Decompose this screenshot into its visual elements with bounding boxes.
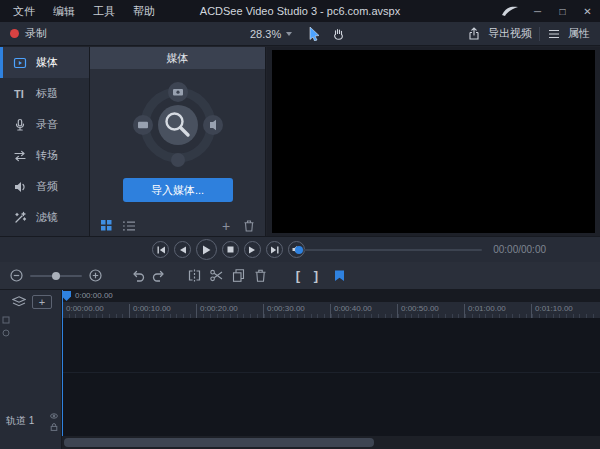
close-button[interactable]: ✕ xyxy=(575,0,600,22)
zoom-in-icon[interactable] xyxy=(89,269,102,282)
timeline-toolbar: [ ] xyxy=(0,262,600,290)
track-option-icon[interactable] xyxy=(2,329,10,337)
track-1-label: 轨道 1 xyxy=(6,414,34,428)
sidebar-item-audio[interactable]: 音频 xyxy=(0,171,89,202)
sidebar-item-label: 音频 xyxy=(36,179,58,194)
preview-zoom-dropdown[interactable]: 28.3% xyxy=(250,28,292,40)
media-panel: 媒体 导入媒体... xyxy=(90,47,266,236)
seek-handle[interactable] xyxy=(295,246,303,254)
window-controls: ─ □ ✕ xyxy=(495,0,600,22)
delete-media-icon[interactable] xyxy=(242,219,256,233)
ruler-tick: 0:00:00.00 xyxy=(62,304,104,318)
horizontal-scrollbar[interactable] xyxy=(0,436,600,449)
redo-icon[interactable] xyxy=(151,268,167,284)
grid-view-icon[interactable] xyxy=(99,219,113,233)
properties-button[interactable]: 属性 xyxy=(568,26,590,41)
play-button[interactable] xyxy=(196,239,217,260)
import-media-graphic[interactable] xyxy=(118,77,238,177)
scrollbar-corner xyxy=(0,436,62,449)
sidebar-item-label: 媒体 xyxy=(36,55,58,70)
record-audio-icon xyxy=(13,118,27,132)
video-preview[interactable] xyxy=(272,50,595,233)
svg-text:TI: TI xyxy=(14,88,24,100)
playhead-marker[interactable] xyxy=(62,291,71,301)
playhead-time: 0:00:00.00 xyxy=(75,291,113,300)
sidebar-item-record-audio[interactable]: 录音 xyxy=(0,109,89,140)
hand-pan-icon[interactable] xyxy=(332,27,345,40)
titlebar: 文件 编辑 工具 帮助 ACDSee Video Studio 3 - pc6.… xyxy=(0,0,600,22)
preview-area xyxy=(267,47,600,236)
delete-clip-icon[interactable] xyxy=(252,268,268,284)
record-button[interactable]: 录制 xyxy=(0,26,90,41)
zoom-slider-handle[interactable] xyxy=(52,272,60,280)
track-layers-icon[interactable] xyxy=(12,296,26,308)
zoom-out-icon[interactable] xyxy=(10,269,23,282)
transport-bar: 00:00/00:00 xyxy=(0,236,600,262)
minimize-button[interactable]: ─ xyxy=(525,0,550,22)
zoom-value: 28.3% xyxy=(250,28,281,40)
skip-to-end-button[interactable] xyxy=(266,241,283,258)
media-tab[interactable]: 媒体 xyxy=(90,47,265,69)
sidebar-item-label: 滤镜 xyxy=(36,210,58,225)
sidebar-item-label: 转场 xyxy=(36,148,58,163)
filters-icon xyxy=(13,211,27,225)
scrollbar-thumb[interactable] xyxy=(64,438,374,447)
audio-icon xyxy=(13,180,27,194)
mark-out-icon[interactable]: ] xyxy=(308,268,324,284)
menu-tools[interactable]: 工具 xyxy=(84,0,124,22)
export-video-button[interactable]: 导出视频 xyxy=(488,26,532,41)
skip-to-start-button[interactable] xyxy=(152,241,169,258)
track-header-column: + 轨道 1 xyxy=(0,290,62,436)
toolbar-right-group: 导出视频 属性 xyxy=(467,26,600,41)
sidebar-item-media[interactable]: 媒体 xyxy=(0,47,89,78)
ruler-tick: 0:01:10.00 xyxy=(531,304,573,318)
sidebar-item-filters[interactable]: 滤镜 xyxy=(0,202,89,233)
playhead-line[interactable] xyxy=(62,290,63,436)
step-forward-button[interactable] xyxy=(244,241,261,258)
marker-flag-icon[interactable] xyxy=(331,268,347,284)
track-header-tools: + xyxy=(0,293,61,311)
acdsee-logo-icon xyxy=(495,5,525,17)
chevron-down-icon xyxy=(286,32,292,36)
transitions-icon xyxy=(13,149,27,163)
import-media-button[interactable]: 导入媒体... xyxy=(123,178,233,202)
add-track-button[interactable]: + xyxy=(32,295,52,309)
stop-button[interactable] xyxy=(222,241,239,258)
timeline-tracks-area[interactable] xyxy=(62,318,600,436)
menu-file[interactable]: 文件 xyxy=(4,0,44,22)
ruler-tick: 0:00:10.00 xyxy=(129,304,171,318)
timeline-header-row[interactable]: 0:00:00.00 xyxy=(62,290,600,302)
trim-scissors-icon[interactable] xyxy=(208,268,224,284)
record-icon xyxy=(10,29,19,38)
export-icon xyxy=(467,27,481,41)
sidebar-item-label: 标题 xyxy=(36,86,58,101)
tool-sidebar: 媒体 TI 标题 录音 xyxy=(0,47,90,236)
copy-icon[interactable] xyxy=(230,268,246,284)
track-option-icon[interactable] xyxy=(2,316,10,324)
add-media-icon[interactable]: + xyxy=(219,219,233,233)
step-back-button[interactable] xyxy=(174,241,191,258)
sidebar-item-transitions[interactable]: 转场 xyxy=(0,140,89,171)
timeline-ruler[interactable]: 0:00:00.00 0:00:10.00 0:00:20.00 0:00:30… xyxy=(62,302,600,318)
track-options-strip xyxy=(2,316,10,337)
media-tab-label: 媒体 xyxy=(167,51,189,66)
track-visibility-icon[interactable] xyxy=(50,412,58,420)
track-lock-icon[interactable] xyxy=(50,423,58,431)
menu-help[interactable]: 帮助 xyxy=(124,0,164,22)
track-divider xyxy=(62,372,600,373)
sidebar-item-label: 录音 xyxy=(36,117,58,132)
split-clip-icon[interactable] xyxy=(186,268,202,284)
select-cursor-icon[interactable] xyxy=(309,27,320,41)
seek-bar[interactable] xyxy=(296,249,482,251)
media-icon xyxy=(13,56,27,70)
app-window: 文件 编辑 工具 帮助 ACDSee Video Studio 3 - pc6.… xyxy=(0,0,600,449)
record-label: 录制 xyxy=(25,26,47,41)
timeline-zoom-slider[interactable] xyxy=(30,275,82,277)
undo-icon[interactable] xyxy=(130,268,146,284)
maximize-button[interactable]: □ xyxy=(550,0,575,22)
mark-in-icon[interactable]: [ xyxy=(290,268,306,284)
menu-edit[interactable]: 编辑 xyxy=(44,0,84,22)
ruler-tick: 0:00:50.00 xyxy=(397,304,439,318)
sidebar-item-titles[interactable]: TI 标题 xyxy=(0,78,89,109)
list-view-icon[interactable] xyxy=(122,219,136,233)
